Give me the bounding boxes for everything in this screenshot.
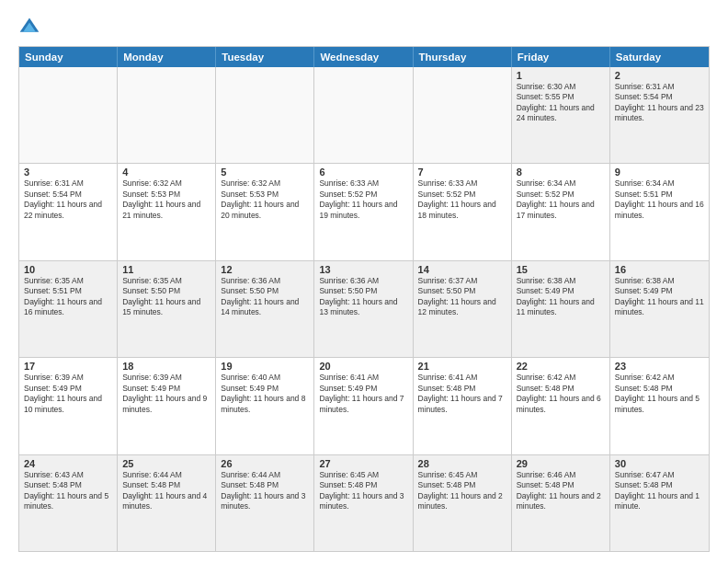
calendar-header: SundayMondayTuesdayWednesdayThursdayFrid… [19, 47, 709, 67]
day-number: 7 [418, 167, 506, 178]
day-info: Sunrise: 6:34 AMSunset: 5:52 PMDaylight:… [517, 178, 605, 221]
day-number: 25 [122, 458, 210, 469]
day-info-line: Daylight: 11 hours and 23 minutes. [615, 103, 704, 124]
day-info-line: Sunset: 5:48 PM [221, 480, 309, 490]
day-number: 26 [221, 458, 309, 469]
day-info-line: Daylight: 11 hours and 21 minutes. [122, 200, 210, 221]
day-info-line: Daylight: 11 hours and 2 minutes. [517, 491, 605, 512]
calendar-cell: 19Sunrise: 6:40 AMSunset: 5:49 PMDayligh… [216, 358, 314, 454]
day-info-line: Sunset: 5:48 PM [418, 480, 506, 490]
day-info-line: Daylight: 11 hours and 4 minutes. [122, 491, 210, 512]
day-info: Sunrise: 6:39 AMSunset: 5:49 PMDaylight:… [122, 373, 210, 415]
calendar-cell: 2Sunrise: 6:31 AMSunset: 5:54 PMDaylight… [610, 67, 709, 163]
day-info-line: Sunset: 5:48 PM [319, 480, 407, 490]
day-info-line: Sunrise: 6:31 AM [24, 178, 112, 189]
day-info-line: Sunset: 5:53 PM [221, 190, 309, 200]
calendar-cell: 1Sunrise: 6:30 AMSunset: 5:55 PMDaylight… [512, 67, 610, 163]
day-info-line: Sunset: 5:48 PM [24, 480, 112, 490]
calendar-cell: 25Sunrise: 6:44 AMSunset: 5:48 PMDayligh… [118, 455, 216, 551]
day-info: Sunrise: 6:42 AMSunset: 5:48 PMDaylight:… [517, 373, 605, 415]
calendar-cell [118, 67, 216, 163]
day-info-line: Sunrise: 6:43 AM [24, 470, 112, 480]
day-info-line: Sunrise: 6:35 AM [24, 276, 112, 286]
day-info-line: Daylight: 11 hours and 11 minutes. [517, 297, 605, 318]
day-number: 1 [517, 70, 605, 81]
day-info-line: Sunrise: 6:45 AM [319, 470, 407, 480]
day-info: Sunrise: 6:31 AMSunset: 5:54 PMDaylight:… [24, 178, 112, 221]
day-info-line: Sunset: 5:49 PM [615, 286, 704, 296]
weekday-header: Tuesday [216, 47, 314, 67]
weekday-header: Saturday [610, 47, 709, 67]
day-info: Sunrise: 6:32 AMSunset: 5:53 PMDaylight:… [221, 178, 309, 221]
calendar-row: 17Sunrise: 6:39 AMSunset: 5:49 PMDayligh… [19, 357, 709, 454]
weekday-header: Friday [512, 47, 610, 67]
day-info: Sunrise: 6:34 AMSunset: 5:51 PMDaylight:… [615, 178, 704, 221]
day-info-line: Sunset: 5:48 PM [418, 384, 506, 394]
calendar-cell: 28Sunrise: 6:45 AMSunset: 5:48 PMDayligh… [414, 455, 512, 551]
day-info-line: Sunset: 5:49 PM [122, 384, 210, 394]
calendar-cell [216, 67, 314, 163]
day-info: Sunrise: 6:37 AMSunset: 5:50 PMDaylight:… [418, 276, 506, 318]
day-number: 10 [24, 264, 112, 275]
header [18, 15, 710, 37]
day-info: Sunrise: 6:35 AMSunset: 5:51 PMDaylight:… [24, 276, 112, 318]
day-info: Sunrise: 6:45 AMSunset: 5:48 PMDaylight:… [418, 470, 506, 512]
day-info-line: Sunset: 5:52 PM [418, 190, 506, 200]
day-info-line: Sunrise: 6:37 AM [418, 276, 506, 286]
day-info-line: Sunset: 5:48 PM [517, 384, 605, 394]
day-info-line: Daylight: 11 hours and 24 minutes. [517, 103, 605, 124]
day-info-line: Sunrise: 6:47 AM [615, 470, 704, 480]
day-info: Sunrise: 6:31 AMSunset: 5:54 PMDaylight:… [615, 82, 704, 124]
day-info-line: Sunset: 5:51 PM [615, 190, 704, 200]
day-info-line: Sunset: 5:50 PM [418, 286, 506, 296]
day-info-line: Sunset: 5:54 PM [24, 190, 112, 200]
weekday-header: Sunday [19, 47, 118, 67]
day-info: Sunrise: 6:44 AMSunset: 5:48 PMDaylight:… [122, 470, 210, 512]
day-info-line: Sunset: 5:52 PM [319, 190, 407, 200]
calendar-cell: 14Sunrise: 6:37 AMSunset: 5:50 PMDayligh… [414, 261, 512, 357]
calendar-cell: 23Sunrise: 6:42 AMSunset: 5:48 PMDayligh… [610, 358, 709, 454]
calendar-cell: 27Sunrise: 6:45 AMSunset: 5:48 PMDayligh… [314, 455, 413, 551]
day-info-line: Daylight: 11 hours and 9 minutes. [122, 394, 210, 415]
calendar-row: 3Sunrise: 6:31 AMSunset: 5:54 PMDaylight… [19, 163, 709, 259]
day-info-line: Daylight: 11 hours and 16 minutes. [24, 297, 112, 318]
day-info: Sunrise: 6:40 AMSunset: 5:49 PMDaylight:… [221, 373, 309, 415]
calendar-cell: 7Sunrise: 6:33 AMSunset: 5:52 PMDaylight… [414, 164, 512, 259]
day-info-line: Sunset: 5:52 PM [517, 190, 605, 200]
calendar-cell: 8Sunrise: 6:34 AMSunset: 5:52 PMDaylight… [512, 164, 610, 259]
day-number: 3 [24, 167, 112, 178]
day-info-line: Sunrise: 6:39 AM [24, 373, 112, 383]
day-info-line: Daylight: 11 hours and 6 minutes. [517, 394, 605, 415]
day-number: 15 [517, 264, 605, 275]
day-number: 17 [24, 361, 112, 372]
calendar-row: 10Sunrise: 6:35 AMSunset: 5:51 PMDayligh… [19, 260, 709, 357]
day-info-line: Sunset: 5:49 PM [517, 286, 605, 296]
day-number: 23 [615, 361, 704, 372]
day-info: Sunrise: 6:38 AMSunset: 5:49 PMDaylight:… [615, 276, 704, 318]
day-info: Sunrise: 6:36 AMSunset: 5:50 PMDaylight:… [319, 276, 407, 318]
calendar-cell: 22Sunrise: 6:42 AMSunset: 5:48 PMDayligh… [512, 358, 610, 454]
calendar-row: 24Sunrise: 6:43 AMSunset: 5:48 PMDayligh… [19, 454, 709, 551]
day-info-line: Daylight: 11 hours and 19 minutes. [319, 200, 407, 221]
logo-icon [18, 15, 40, 37]
day-info: Sunrise: 6:33 AMSunset: 5:52 PMDaylight:… [418, 178, 506, 221]
day-info-line: Sunrise: 6:31 AM [615, 82, 704, 92]
day-number: 18 [122, 361, 210, 372]
day-number: 2 [615, 70, 704, 81]
day-info: Sunrise: 6:35 AMSunset: 5:50 PMDaylight:… [122, 276, 210, 318]
day-info-line: Sunrise: 6:44 AM [122, 470, 210, 480]
day-info-line: Daylight: 11 hours and 2 minutes. [418, 491, 506, 512]
day-info-line: Daylight: 11 hours and 5 minutes. [24, 491, 112, 512]
day-info-line: Sunset: 5:49 PM [24, 384, 112, 394]
day-info-line: Sunrise: 6:41 AM [319, 373, 407, 383]
day-info-line: Daylight: 11 hours and 16 minutes. [615, 200, 704, 221]
day-info-line: Sunset: 5:49 PM [221, 384, 309, 394]
weekday-header: Thursday [414, 47, 512, 67]
day-info-line: Sunrise: 6:42 AM [615, 373, 704, 383]
day-info: Sunrise: 6:36 AMSunset: 5:50 PMDaylight:… [221, 276, 309, 318]
day-number: 28 [418, 458, 506, 469]
logo [18, 15, 44, 37]
calendar-cell: 20Sunrise: 6:41 AMSunset: 5:49 PMDayligh… [314, 358, 413, 454]
day-info-line: Sunset: 5:50 PM [221, 286, 309, 296]
day-number: 16 [615, 264, 704, 275]
